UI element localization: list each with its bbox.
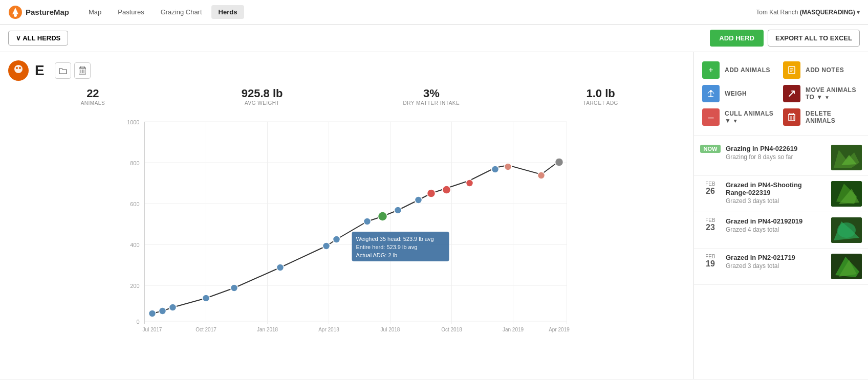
- svg-point-44: [427, 189, 436, 197]
- export-button[interactable]: EXPORT ALL TO EXCEL: [768, 30, 860, 47]
- timeline-content-3: Grazed in PN2-021719 Grazed 3 days total: [726, 254, 826, 270]
- all-herds-button[interactable]: ∨ ALL HERDS: [8, 31, 68, 46]
- timeline-date-2: FEB 23: [700, 217, 721, 232]
- herd-actions: [55, 62, 91, 79]
- svg-point-35: [203, 295, 210, 302]
- pasture-map-0: [831, 145, 862, 170]
- herd-header: E: [8, 60, 685, 81]
- timeline-content-0: Grazing in PN4-022619 Grazing for 8 days…: [726, 145, 826, 161]
- delete-animals-icon: [783, 108, 800, 126]
- timeline-date-3: FEB 19: [700, 254, 721, 269]
- cull-animals-label: CULL ANIMALS ▼: [725, 110, 779, 124]
- herd-icon: [8, 60, 29, 81]
- add-herd-button[interactable]: ADD HERD: [710, 30, 764, 47]
- timeline-thumb-2: [831, 217, 862, 243]
- svg-text:0: 0: [136, 319, 139, 325]
- stat-animals-value: 22: [8, 87, 178, 100]
- svg-point-37: [277, 264, 284, 271]
- svg-point-48: [505, 163, 512, 170]
- svg-point-46: [466, 180, 473, 187]
- nav-map[interactable]: Map: [81, 5, 108, 19]
- svg-point-42: [395, 207, 402, 214]
- timeline-month-2: FEB: [700, 217, 721, 223]
- stat-dmi-label: DRY MATTER INTAKE: [347, 100, 516, 106]
- svg-text:Jan 2019: Jan 2019: [503, 327, 524, 332]
- svg-text:Jan 2018: Jan 2018: [257, 327, 278, 332]
- action-grid: + ADD ANIMALS ADD NOTES: [694, 52, 868, 136]
- weigh-action[interactable]: WEIGH: [700, 82, 781, 105]
- nav-grazing-chart[interactable]: Grazing Chart: [154, 5, 209, 19]
- add-animals-action[interactable]: + ADD ANIMALS: [700, 58, 781, 82]
- timeline-sub-0: Grazing for 8 days so far: [726, 153, 826, 161]
- stat-dmi-value: 3%: [347, 87, 516, 100]
- herd-name: E: [35, 62, 45, 79]
- stat-avg-weight-value: 925.8 lb: [178, 87, 347, 100]
- logo-text: PastureMap: [26, 8, 69, 16]
- stat-animals-label: ANIMALS: [8, 100, 178, 106]
- timeline-day-3: 19: [700, 259, 721, 269]
- add-notes-action[interactable]: ADD NOTES: [781, 58, 862, 82]
- svg-text:Apr 2019: Apr 2019: [549, 327, 570, 332]
- nav-herds[interactable]: Herds: [211, 5, 245, 19]
- move-animals-icon: [783, 85, 800, 102]
- herd-delete-button[interactable]: [74, 62, 91, 79]
- svg-text:Oct 2018: Oct 2018: [441, 327, 462, 332]
- notes-icon: [788, 66, 796, 74]
- svg-text:Jul 2017: Jul 2017: [143, 327, 162, 332]
- svg-text:Apr 2018: Apr 2018: [318, 327, 339, 332]
- stat-adg-value: 1.0 lb: [516, 87, 685, 100]
- svg-text:Actual ADG: 2 lb: Actual ADG: 2 lb: [356, 252, 398, 258]
- svg-point-2: [14, 14, 17, 17]
- timeline: NOW Grazing in PN4-022619 Grazing for 8 …: [694, 136, 868, 379]
- logo[interactable]: PastureMap: [8, 5, 69, 19]
- cull-animals-action[interactable]: – CULL ANIMALS ▼: [700, 105, 781, 129]
- user-status: (MASQUERADING): [800, 9, 855, 16]
- svg-point-43: [415, 196, 422, 204]
- delete-animals-label: DELETE ANIMALS: [806, 110, 860, 124]
- move-animals-action[interactable]: MOVE ANIMALS TO ▼: [781, 82, 862, 105]
- delete-icon: [788, 113, 795, 121]
- top-nav: PastureMap Map Pastures Grazing Chart He…: [0, 0, 868, 25]
- timeline-item: FEB 26 Grazed in PN4-Shooting Range-0223…: [694, 176, 868, 212]
- svg-point-3: [14, 65, 23, 73]
- timeline-item: FEB 23 Grazed in PN4-02192019 Grazed 4 d…: [694, 212, 868, 249]
- svg-point-5: [19, 67, 21, 69]
- svg-text:Entire herd: 523.9 lb avg: Entire herd: 523.9 lb avg: [356, 244, 418, 250]
- pasture-map-3: [831, 254, 862, 279]
- main-content: E: [0, 52, 868, 379]
- chart-area: 1000 800 600 400 200 0: [8, 114, 685, 334]
- move-icon: [788, 90, 796, 98]
- timeline-title-0: Grazing in PN4-022619: [726, 145, 826, 152]
- add-notes-icon: [783, 61, 800, 79]
- stat-avg-weight: 925.8 lb AVG WEIGHT: [178, 87, 347, 106]
- timeline-sub-2: Grazed 4 days total: [726, 226, 826, 233]
- add-animals-label: ADD ANIMALS: [725, 66, 770, 74]
- toolbar-right: ADD HERD EXPORT ALL TO EXCEL: [710, 30, 860, 47]
- timeline-thumb-3: [831, 254, 862, 279]
- timeline-thumb-1: [831, 181, 862, 207]
- svg-text:Oct 2017: Oct 2017: [196, 327, 216, 332]
- timeline-content-2: Grazed in PN4-02192019 Grazed 4 days tot…: [726, 217, 826, 233]
- user-info: Tom Kat Ranch (MASQUERADING) ▾: [756, 9, 860, 16]
- timeline-item: NOW Grazing in PN4-022619 Grazing for 8 …: [694, 140, 868, 176]
- svg-point-40: [364, 218, 371, 225]
- minus-icon: –: [708, 112, 713, 122]
- folder-icon: [59, 66, 67, 75]
- nav-pastures[interactable]: Pastures: [111, 5, 151, 19]
- timeline-thumb-0: [831, 145, 862, 170]
- svg-point-67: [710, 90, 712, 92]
- delete-animals-action[interactable]: DELETE ANIMALS: [781, 105, 862, 129]
- timeline-title-1: Grazed in PN4-Shooting Range-022319: [726, 181, 826, 196]
- user-name: Tom Kat Ranch: [756, 9, 798, 16]
- nav-links: Map Pastures Grazing Chart Herds: [81, 5, 756, 19]
- now-badge: NOW: [700, 145, 721, 153]
- timeline-month-1: FEB: [700, 181, 721, 187]
- timeline-month-3: FEB: [700, 254, 721, 259]
- herd-animal-icon: [12, 64, 25, 77]
- svg-point-4: [16, 67, 18, 69]
- herd-folder-button[interactable]: [55, 62, 71, 79]
- chevron-down-icon: ▾: [857, 9, 860, 16]
- svg-text:Weighed 35 head: 523.9 lb avg: Weighed 35 head: 523.9 lb avg: [356, 236, 434, 242]
- scale-icon: [707, 90, 715, 98]
- pasture-map-1: [831, 181, 862, 207]
